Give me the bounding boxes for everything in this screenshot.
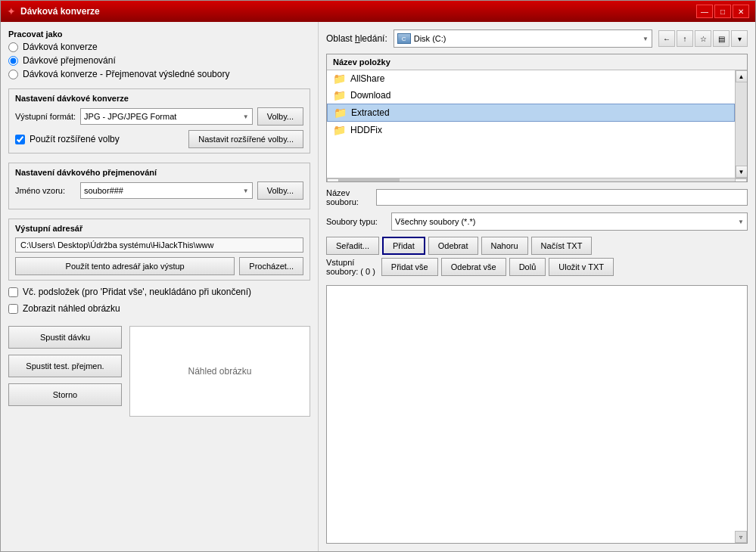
run-test-button[interactable]: Spustit test. přejmen. (8, 355, 122, 377)
output-format-label: Výstupní formát: (15, 112, 76, 121)
folder-name-download: Download (350, 90, 390, 101)
right-panel: Oblast hledání: C Disk (C:) ▼ ← ↑ ☆ ▤ ▾ (319, 22, 755, 551)
volby-button[interactable]: Volby... (257, 107, 303, 126)
output-format-combo[interactable]: JPG - JPG/JPEG Format ▼ (80, 108, 253, 125)
advanced-options-row: Použít rozšířené volby Nastavit rozšířen… (15, 130, 303, 148)
show-preview-checkbox[interactable] (8, 304, 18, 314)
vertical-scrollbar: ▲ ▼ (735, 70, 747, 178)
file-type-combo-arrow-icon: ▼ (738, 219, 744, 225)
radio-batch-rename[interactable]: Dávkové přejmenování (8, 55, 310, 66)
radio-batch-convert[interactable]: Dávková konverze (8, 42, 310, 52)
radio-batch-rename-input[interactable] (8, 56, 18, 66)
main-content: Pracovat jako Dávková konverze Dávkové p… (1, 22, 755, 551)
output-dir-section: Výstupní adresář C:\Users\ Desktop\Údržb… (8, 219, 310, 281)
file-type-label: Soubory typu: (326, 217, 387, 226)
scroll-right-button[interactable]: ► (735, 178, 747, 183)
nav-forward-button[interactable]: ↑ (677, 30, 693, 47)
up-button[interactable]: Nahoru (481, 237, 528, 255)
list-header-label: Název položky (333, 57, 390, 67)
input-files-label: Vstupní soubory: ( 0 ) (326, 258, 375, 276)
search-area-label: Oblast hledání: (326, 33, 387, 44)
cancel-button[interactable]: Storno (8, 383, 122, 406)
radio-batch-convert-rename-input[interactable] (8, 70, 18, 79)
add-button[interactable]: Přidat (382, 237, 425, 255)
nav-view-button[interactable]: ▤ (713, 30, 730, 47)
incl-subdirs-checkbox[interactable] (8, 287, 18, 297)
radio-batch-convert-rename-label: Dávková konverze - Přejmenovat výsledné … (23, 69, 229, 79)
name-template-label: Jméno vzoru: (15, 186, 76, 195)
browse-button[interactable]: Procházet... (239, 257, 303, 275)
folder-name-extracted: Extracted (351, 107, 390, 118)
output-format-row: Výstupní formát: JPG - JPG/JPEG Format ▼… (15, 107, 303, 126)
work-as-label: Pracovat jako (8, 29, 310, 39)
left-panel: Pracovat jako Dávková konverze Dávkové p… (1, 22, 319, 551)
run-batch-button[interactable]: Spustit dávku (8, 326, 122, 349)
main-window: ✦ Dávková konverze — □ ✕ Pracovat jako D… (0, 0, 756, 552)
search-area: Oblast hledání: C Disk (C:) ▼ ← ↑ ☆ ▤ ▾ (326, 29, 748, 48)
set-advanced-button[interactable]: Nastavit rozšířené volby... (188, 130, 303, 148)
app-icon: ✦ (7, 5, 16, 17)
incl-subdirs-label: Vč. podsložek (pro 'Přidat vše', neuklád… (23, 287, 251, 297)
corner-scroll: ▿ (735, 531, 747, 543)
preview-label: Náhled obrázku (188, 366, 251, 377)
down-button[interactable]: Dolů (509, 258, 546, 276)
name-template-combo[interactable]: soubor### ▼ (80, 182, 253, 199)
radio-batch-convert-rename[interactable]: Dávková konverze - Přejmenovat výsledné … (8, 69, 310, 79)
file-name-input[interactable] (376, 189, 748, 206)
remove-button[interactable]: Odebrat (428, 237, 478, 255)
folder-icon: 📁 (333, 124, 346, 136)
nav-back-button[interactable]: ← (658, 30, 675, 47)
folder-hddfix[interactable]: 📁 HDDFix (327, 122, 735, 138)
maximize-button[interactable]: □ (714, 5, 731, 18)
combo-arrow2-icon: ▼ (243, 188, 249, 194)
remove-all-button[interactable]: Odebrat vše (441, 258, 506, 276)
incl-subdirs-row: Vč. podsložek (pro 'Přidat vše', neuklád… (8, 287, 310, 297)
file-list-container: Název položky 📁 AllShare 📁 Download (326, 54, 748, 182)
scroll-up-button[interactable]: ▲ (736, 70, 748, 82)
scroll-left-button[interactable]: ◄ (327, 178, 339, 183)
folder-download[interactable]: 📁 Download (327, 87, 735, 104)
use-advanced-checkbox[interactable] (15, 135, 25, 144)
rename-settings-title: Nastavení dávkového přejmenování (15, 168, 303, 177)
batch-convert-settings: Nastavení dávkové konverze Výstupní form… (8, 88, 310, 154)
save-txt-button[interactable]: Uložit v TXT (549, 258, 614, 276)
search-combo-arrow-icon: ▼ (642, 36, 649, 42)
add-all-button[interactable]: Přidat vše (381, 258, 438, 276)
show-preview-label: Zobrazit náhled obrázku (23, 303, 120, 314)
load-txt-button[interactable]: Načíst TXT (531, 237, 593, 255)
volby2-button[interactable]: Volby... (257, 181, 303, 200)
file-type-value: Všechny soubory (*.*) (395, 217, 475, 226)
rename-settings: Nastavení dávkového přejmenování Jméno v… (8, 163, 310, 209)
use-advanced-label: Použít rozšířené volby (30, 134, 120, 144)
scroll-down-button[interactable]: ▼ (736, 166, 748, 178)
action-buttons-row: Seřadit... Přidat Odebrat Nahoru Načíst … (326, 237, 748, 279)
bottom-section: Spustit dávku Spustit test. přejmen. Sto… (8, 326, 310, 417)
work-as-radio-group: Dávková konverze Dávkové přejmenování Dá… (8, 42, 310, 79)
horizontal-scrollbar: ◄ ► (327, 178, 747, 182)
close-button[interactable]: ✕ (733, 5, 749, 18)
sort-button[interactable]: Seřadit... (326, 237, 379, 255)
nav-menu-button[interactable]: ▾ (731, 30, 748, 47)
scroll-track (736, 82, 747, 166)
input-files-list: ▿ (326, 285, 748, 544)
output-dir-label: Výstupní adresář (15, 224, 303, 233)
output-path-buttons: Použít tento adresář jako výstup Procház… (15, 257, 303, 275)
folder-allshare[interactable]: 📁 AllShare (327, 70, 735, 87)
folder-name-hddfix: HDDFix (350, 125, 382, 135)
nav-fav-button[interactable]: ☆ (695, 30, 711, 47)
file-list-content: 📁 AllShare 📁 Download 📁 Extracted � (327, 70, 735, 178)
folder-name-allshare: AllShare (350, 73, 384, 84)
use-dir-button[interactable]: Použít tento adresář jako výstup (15, 257, 235, 275)
radio-batch-convert-input[interactable] (8, 42, 18, 52)
secondary-action-row: Vstupní soubory: ( 0 ) Přidat vše Odebra… (326, 258, 748, 276)
main-action-row: Seřadit... Přidat Odebrat Nahoru Načíst … (326, 237, 748, 255)
minimize-button[interactable]: — (696, 5, 713, 18)
search-combo[interactable]: C Disk (C:) ▼ (394, 29, 652, 48)
output-path-display: C:\Users\ Desktop\Údržba systému\HiJackT… (15, 237, 303, 253)
folder-extracted[interactable]: 📁 Extracted (327, 104, 735, 122)
file-type-combo[interactable]: Všechny soubory (*.*) ▼ (391, 212, 748, 231)
name-template-row: Jméno vzoru: soubor### ▼ Volby... (15, 181, 303, 200)
drive-icon: C (397, 33, 411, 44)
title-bar-left: ✦ Dávková konverze (7, 5, 100, 17)
file-name-label: Názevsouboru: (326, 188, 372, 206)
